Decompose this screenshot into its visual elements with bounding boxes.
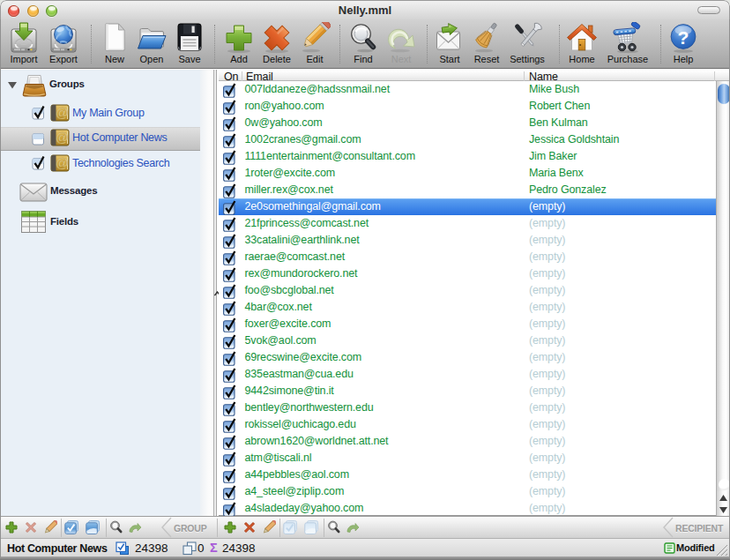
svg-text:?: ?: [678, 27, 689, 48]
svg-text:@: @: [56, 106, 69, 120]
svg-text:@: @: [56, 156, 69, 170]
svg-text:@: @: [56, 131, 69, 145]
